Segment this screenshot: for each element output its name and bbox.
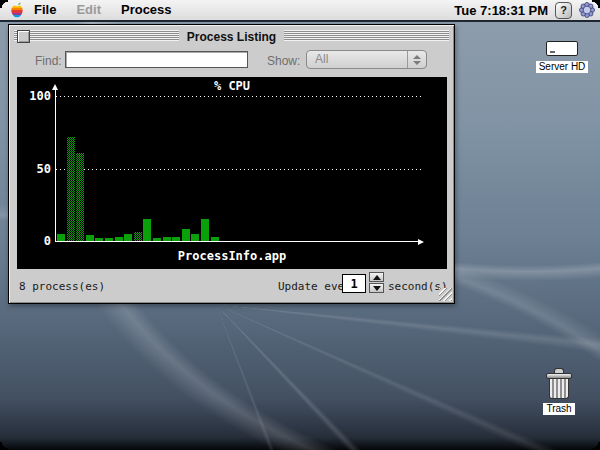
resize-grip[interactable] xyxy=(439,288,452,301)
chart-x-label: ProcessInfo.app xyxy=(17,249,447,263)
cpu-bar xyxy=(143,219,151,241)
show-popup-value: All xyxy=(307,51,407,68)
dotted-gridline xyxy=(56,169,421,170)
show-label: Show: xyxy=(267,54,300,68)
stepper-down-button[interactable] xyxy=(369,283,384,293)
cpu-bar xyxy=(57,234,65,241)
update-interval-stepper xyxy=(369,272,384,294)
up-arrow-icon xyxy=(373,275,381,280)
cpu-bar xyxy=(95,238,103,241)
show-popup-menu[interactable]: All xyxy=(306,50,427,69)
window-title: Process Listing xyxy=(10,26,453,45)
cpu-bar xyxy=(153,238,161,241)
y-tick-label: 0 xyxy=(19,234,51,248)
popup-arrows-icon xyxy=(407,51,426,68)
cpu-bar xyxy=(172,237,180,241)
cpu-chart: % CPU ProcessInfo.app 100500 xyxy=(17,77,447,269)
menubar-clock[interactable]: Tue 7:18:31 PM xyxy=(454,3,548,18)
cpu-bar xyxy=(201,219,209,241)
icon-label: Server HD xyxy=(536,61,589,73)
screen-corner xyxy=(0,0,8,8)
cpu-bar xyxy=(191,234,199,241)
x-axis-arrow xyxy=(418,239,424,245)
update-interval-input[interactable] xyxy=(342,274,366,293)
hard-disk-icon xyxy=(546,41,578,56)
cpu-bar xyxy=(211,237,219,241)
find-input[interactable] xyxy=(65,51,248,68)
menu-process[interactable]: Process xyxy=(111,0,182,20)
process-count-label: 8 process(es) xyxy=(19,280,105,293)
cpu-bar xyxy=(134,232,142,241)
apple-menu-icon[interactable] xyxy=(10,2,24,18)
chart-title: % CPU xyxy=(17,79,447,93)
screen-corner xyxy=(592,442,600,450)
trash-icon xyxy=(546,368,572,398)
cpu-bar xyxy=(67,137,75,241)
dotted-gridline xyxy=(56,96,421,97)
cpu-bar xyxy=(76,153,84,241)
screen-corner xyxy=(0,442,8,450)
stepper-up-button[interactable] xyxy=(369,272,384,282)
cpu-bar xyxy=(86,235,94,241)
window-title-bar[interactable]: Process Listing xyxy=(10,26,453,45)
find-label: Find: xyxy=(35,54,62,68)
menu-file[interactable]: File xyxy=(24,0,66,20)
cpu-bar xyxy=(124,234,132,241)
down-arrow-icon xyxy=(373,286,381,291)
close-box-button[interactable] xyxy=(17,30,30,43)
process-listing-window: Process Listing Find: Show: All % CPU Pr… xyxy=(8,24,455,304)
y-tick-label: 100 xyxy=(19,89,51,103)
y-tick-label: 50 xyxy=(19,162,51,176)
desktop-icon-trash[interactable]: Trash xyxy=(527,368,591,416)
cpu-bar xyxy=(115,237,123,241)
x-axis xyxy=(55,241,421,242)
desktop-icon-server-hd[interactable]: Server HD xyxy=(530,41,594,74)
screen-corner xyxy=(592,0,600,8)
cpu-bar xyxy=(105,238,113,241)
help-icon[interactable]: ? xyxy=(555,2,572,19)
y-axis-arrow xyxy=(52,84,58,90)
icon-label: Trash xyxy=(543,403,574,415)
menu-bar: File Edit Process Tue 7:18:31 PM ? xyxy=(0,0,600,20)
cpu-bar xyxy=(163,237,171,241)
y-axis xyxy=(55,89,56,241)
screen: File Edit Process Tue 7:18:31 PM ? Serve… xyxy=(0,0,600,450)
menu-edit[interactable]: Edit xyxy=(66,0,111,20)
cpu-bar xyxy=(182,229,190,241)
